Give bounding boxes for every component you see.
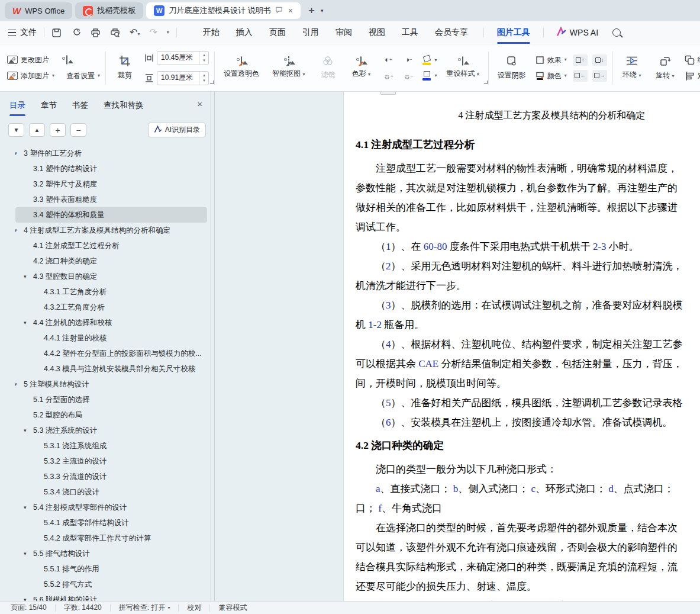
toc-item[interactable]: 4.2 浇口种类的确定 — [15, 253, 207, 269]
expand-all-button[interactable]: + — [50, 123, 66, 137]
customize-toolbar-chevron-icon[interactable]: ▾ — [167, 30, 169, 35]
tab-document[interactable]: W 刀片底座注塑模具设计 说明书 × — [146, 2, 301, 19]
toc-expand-arrow-icon[interactable]: ▾ — [15, 227, 17, 233]
toc-item[interactable]: ▾4 注射成型工艺方案及模具结构的分析和确定 — [15, 223, 207, 238]
height-stepper[interactable]: ▲▼ — [199, 72, 208, 85]
menu-tab-member[interactable]: 会员专享 — [435, 27, 468, 38]
menu-tab-picture-tools[interactable]: 图片工具 — [497, 27, 530, 38]
toc-item[interactable]: 5.1 分型面的选择 — [15, 392, 207, 407]
print-preview-icon[interactable] — [110, 28, 120, 38]
view-settings-button[interactable]: 查看设置 ▾ — [66, 71, 100, 81]
word-count[interactable]: 字数: 14420 — [64, 603, 102, 613]
tab-list-chevron-icon[interactable]: ▾ — [321, 8, 324, 14]
brightness-decrease-icon[interactable]: ☼− — [401, 70, 416, 83]
menu-tab-reference[interactable]: 引用 — [302, 27, 319, 38]
toc-item[interactable]: ▾5.6 脱模机构的设计 — [15, 592, 207, 601]
toc-item[interactable]: ▾5.5 排气结构设计 — [15, 546, 207, 561]
compatibility-mode-indicator[interactable]: 兼容模式 — [218, 603, 247, 613]
menu-tab-view[interactable]: 视图 — [369, 27, 385, 38]
toc-item[interactable]: 3.2 塑件尺寸及精度 — [15, 176, 207, 192]
send-backward-icon[interactable]: ↓ — [592, 54, 607, 66]
change-picture-button[interactable]: 更改图片 — [7, 55, 54, 65]
dialog-launcher-icon[interactable] — [484, 81, 488, 84]
collapse-all-button[interactable]: − — [70, 123, 86, 137]
undo-button[interactable]: ↶▾ — [130, 27, 140, 38]
toc-expand-arrow-icon[interactable]: ▾ — [24, 504, 27, 510]
reset-style-button[interactable]: 重设样式 ▾ — [443, 50, 482, 86]
toc-item[interactable]: ▾5 注塑模具结构设计 — [15, 377, 207, 392]
toc-item[interactable]: 4.1 注射成型工艺过程分析 — [15, 238, 207, 253]
toc-item[interactable]: 3.3 塑件表面粗糙度 — [15, 192, 207, 207]
set-shadow-button[interactable]: 设置阴影 — [494, 50, 530, 86]
contrast-decrease-icon[interactable]: ◑− — [401, 53, 416, 66]
send-to-back-icon[interactable]: → — [592, 70, 607, 82]
toc-expand-arrow-icon[interactable]: ▾ — [24, 320, 27, 326]
toc-item[interactable]: 5.5.2 排气方式 — [15, 577, 207, 592]
toc-item[interactable]: 3.4 塑件的体积和质量 — [15, 207, 207, 223]
text-wrap-button[interactable]: 环绕 ▾ — [618, 50, 646, 86]
spellcheck-toggle[interactable]: 拼写检查: 打开 ▾ — [119, 603, 170, 613]
crop-button[interactable]: 裁剪 — [111, 50, 138, 86]
effects-button[interactable]: 效果 ▾ — [536, 55, 567, 65]
width-input[interactable]: 10.45厘米 ▲▼ — [157, 51, 209, 65]
contrast-increase-icon[interactable]: ◐+ — [380, 53, 396, 66]
toc-expand-arrow-icon[interactable]: ▾ — [15, 150, 17, 156]
picture-outline-button[interactable]: ▾ — [422, 71, 437, 81]
menu-tab-insert[interactable]: 插入 — [236, 27, 253, 38]
dialog-launcher-icon[interactable] — [210, 81, 214, 84]
group-button[interactable]: 组合 ▾ — [685, 55, 700, 65]
toc-expand-arrow-icon[interactable]: ▾ — [24, 274, 27, 279]
toc-item[interactable]: 4.3.1 工艺角度分析 — [15, 284, 207, 300]
page-gap-handle[interactable] — [380, 92, 396, 95]
toc-item[interactable]: 5.3.2 主流道的设计 — [15, 454, 207, 469]
toc-item[interactable]: 3.1 塑件的结构设计 — [15, 161, 207, 176]
align-button[interactable]: 对齐 ▾ — [685, 71, 700, 81]
smart-cutout-button[interactable]: 智能抠图 ▾ — [269, 50, 308, 86]
page-indicator[interactable]: 页面: 15/40 — [11, 603, 47, 613]
comment-icon[interactable] — [275, 7, 283, 15]
previous-heading-button[interactable]: ▲ — [29, 123, 45, 137]
next-heading-button[interactable]: ▼ — [8, 123, 24, 137]
menu-tab-tools[interactable]: 工具 — [402, 27, 418, 38]
toc-expand-arrow-icon[interactable]: ▾ — [24, 427, 27, 433]
toc-item[interactable]: 5.3.3 分流道的设计 — [15, 469, 207, 484]
sidebar-tab-bookmarks[interactable]: 书签 — [72, 100, 88, 111]
bring-to-front-icon[interactable]: ← — [573, 70, 588, 82]
toc-item[interactable]: 4.3.2工艺角度分析 — [15, 300, 207, 315]
new-tab-button[interactable]: + — [308, 4, 315, 17]
toc-item[interactable]: ▾3 塑件的工艺分析 — [15, 146, 207, 161]
toc-item[interactable]: 4.4.1 注射量的校核 — [15, 330, 207, 346]
height-input[interactable]: 10.91厘米 ▲▼ — [157, 71, 209, 85]
toc-item[interactable]: ▾4.4 注射机的选择和校核 — [15, 315, 207, 330]
add-picture-button[interactable]: 添加图片 ▾ — [7, 71, 54, 81]
sidebar-tab-chapters[interactable]: 章节 — [41, 100, 57, 111]
proofread-button[interactable]: 校对 — [187, 603, 201, 613]
menu-tab-review[interactable]: 审阅 — [336, 27, 352, 38]
width-stepper[interactable]: ▲▼ — [199, 52, 208, 65]
close-sidebar-icon[interactable]: × — [197, 99, 202, 109]
toc-item[interactable]: 5.4.1 成型零部件结构设计 — [15, 515, 207, 531]
toc-expand-arrow-icon[interactable]: ▾ — [15, 381, 17, 387]
save-icon[interactable] — [51, 28, 62, 38]
menu-tab-wps-ai[interactable]: WPS AI — [557, 27, 598, 38]
brightness-increase-icon[interactable]: ☼+ — [380, 70, 396, 83]
toc-item[interactable]: 4.4.2 塑件在分型面上的投影面积与锁模力的校... — [15, 346, 207, 361]
toc-expand-arrow-icon[interactable]: ▾ — [24, 551, 27, 557]
shadow-color-button[interactable]: 颜色 ▾ — [536, 71, 567, 81]
highlight-color-button[interactable]: ▾ — [422, 56, 437, 65]
color-button[interactable]: 色彩 ▾ — [347, 50, 375, 86]
toc-item[interactable]: 5.3.1 浇注系统组成 — [15, 438, 207, 454]
toc-item[interactable]: ▾5.4 注射模成型零部件的设计 — [15, 500, 207, 515]
redo-button[interactable]: ↷ — [149, 27, 157, 38]
export-pdf-icon[interactable] — [71, 28, 81, 38]
rotate-button[interactable]: 旋转 ▾ — [651, 50, 679, 86]
toc-item[interactable]: ▾5.3 浇注系统的设计 — [15, 423, 207, 438]
toc-item[interactable]: 5.4.2 成型零部件工作尺寸的计算 — [15, 531, 207, 546]
menu-tab-home[interactable]: 开始 — [203, 27, 220, 38]
toc-item[interactable]: 4.4.3 模具与注射机安装模具部分相关尺寸校核 — [15, 361, 207, 377]
toc-item[interactable]: ▾4.3 型腔数目的确定 — [15, 269, 207, 284]
menu-tab-page[interactable]: 页面 — [269, 27, 286, 38]
file-menu-button[interactable]: 文件 — [8, 27, 37, 38]
tab-wps-office[interactable]: W WPS Office — [5, 2, 72, 19]
document-page[interactable]: 4 注射成型工艺方案及模具结构的分析和确定4.1 注射成型工艺过程分析注塑成型工… — [343, 92, 700, 601]
